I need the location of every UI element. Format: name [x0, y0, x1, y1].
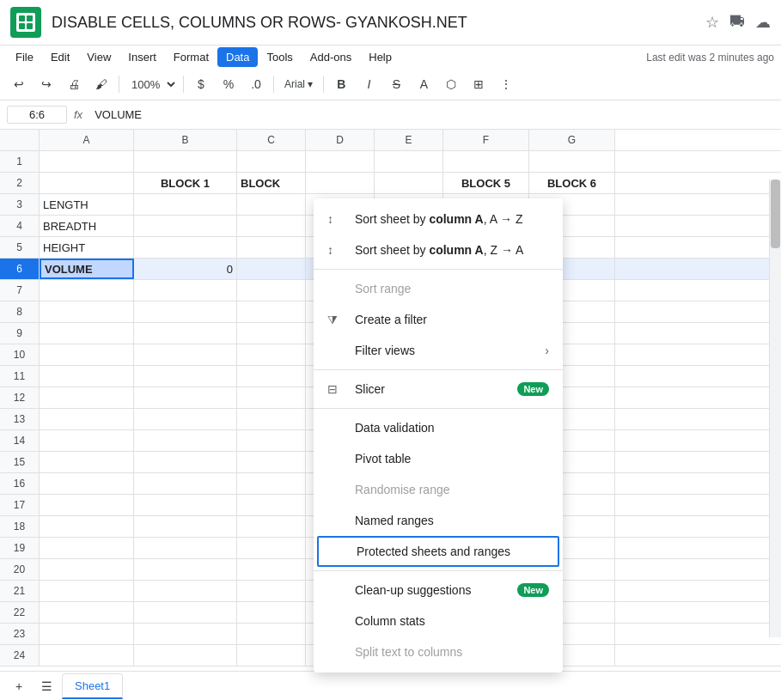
cell-ref-input[interactable]: [7, 106, 67, 124]
cell[interactable]: [40, 366, 134, 387]
cell[interactable]: [40, 409, 134, 429]
bold-button[interactable]: B: [329, 72, 353, 96]
cell[interactable]: [134, 409, 237, 429]
cell[interactable]: [40, 624, 134, 644]
cell[interactable]: [237, 301, 306, 322]
cell[interactable]: [134, 344, 237, 365]
cell[interactable]: [134, 430, 237, 451]
col-header-c[interactable]: C: [237, 130, 306, 150]
sheet-tab-1[interactable]: Sheet1: [62, 673, 123, 699]
cell[interactable]: [134, 151, 237, 172]
cell[interactable]: BLOCK 1: [134, 173, 237, 193]
percent-button[interactable]: %: [217, 72, 241, 96]
decimal-button[interactable]: .0: [244, 72, 268, 96]
font-color-button[interactable]: A: [412, 72, 436, 96]
cell[interactable]: [134, 280, 237, 301]
star-icon[interactable]: ☆: [705, 13, 719, 32]
sheet-options-button[interactable]: ☰: [34, 674, 58, 698]
cell[interactable]: [40, 495, 134, 515]
print-button[interactable]: 🖨: [62, 72, 86, 96]
redo-button[interactable]: ↪: [34, 72, 58, 96]
cell[interactable]: LENGTH: [40, 194, 134, 215]
cell[interactable]: [237, 473, 306, 494]
move-icon[interactable]: ⛟: [729, 13, 745, 32]
cell[interactable]: [237, 624, 306, 644]
cell[interactable]: [237, 645, 306, 666]
filter-views-item[interactable]: Filter views ›: [314, 335, 563, 366]
cell[interactable]: [134, 387, 237, 408]
cell[interactable]: [306, 173, 375, 193]
col-header-e[interactable]: E: [375, 130, 443, 150]
cell[interactable]: BREADTH: [40, 216, 134, 236]
cell[interactable]: [237, 559, 306, 580]
cell[interactable]: [40, 430, 134, 451]
menu-file[interactable]: File: [7, 47, 42, 67]
cell[interactable]: [237, 237, 306, 258]
cell[interactable]: [134, 581, 237, 601]
cell[interactable]: [40, 151, 134, 172]
cell[interactable]: [134, 559, 237, 580]
currency-button[interactable]: $: [189, 72, 213, 96]
cell[interactable]: [134, 624, 237, 644]
menu-format[interactable]: Format: [165, 47, 217, 67]
menu-addons[interactable]: Add-ons: [302, 47, 360, 67]
cell[interactable]: [134, 237, 237, 258]
cell[interactable]: BLOCK: [237, 173, 306, 193]
sort-z-a-item[interactable]: ↕ Sort sheet by column A, Z → A: [314, 234, 563, 265]
menu-view[interactable]: View: [78, 47, 119, 67]
cell[interactable]: [237, 323, 306, 344]
formula-input[interactable]: [89, 107, 774, 123]
menu-data[interactable]: Data: [217, 47, 258, 67]
cell[interactable]: [40, 452, 134, 472]
cell[interactable]: [40, 473, 134, 494]
cloud-icon[interactable]: ☁: [755, 13, 771, 32]
col-header-a[interactable]: A: [40, 130, 134, 150]
borders-button[interactable]: ⊞: [467, 72, 491, 96]
cell[interactable]: [40, 538, 134, 558]
cell[interactable]: [237, 259, 306, 279]
cell[interactable]: [134, 216, 237, 236]
paint-format-button[interactable]: 🖌: [89, 72, 113, 96]
cell[interactable]: [237, 538, 306, 558]
cell[interactable]: [134, 452, 237, 472]
cell[interactable]: [375, 173, 443, 193]
menu-insert[interactable]: Insert: [119, 47, 165, 67]
cell[interactable]: [134, 645, 237, 666]
cell[interactable]: [40, 323, 134, 344]
cell[interactable]: [40, 344, 134, 365]
cell[interactable]: [237, 602, 306, 623]
menu-help[interactable]: Help: [360, 47, 400, 67]
cell[interactable]: [134, 194, 237, 215]
cell[interactable]: HEIGHT: [40, 237, 134, 258]
cell-b6-zero[interactable]: 0: [134, 259, 237, 279]
cell-a6-volume[interactable]: VOLUME: [40, 259, 134, 279]
cell[interactable]: [529, 151, 615, 172]
cell[interactable]: [40, 387, 134, 408]
cell[interactable]: [134, 602, 237, 623]
menu-edit[interactable]: Edit: [42, 47, 78, 67]
cell[interactable]: [40, 602, 134, 623]
cell[interactable]: [237, 387, 306, 408]
column-stats-item[interactable]: Column stats: [314, 606, 563, 636]
col-header-d[interactable]: D: [306, 130, 375, 150]
cell[interactable]: [375, 151, 443, 172]
cell[interactable]: [134, 366, 237, 387]
add-sheet-button[interactable]: +: [7, 674, 31, 698]
cell[interactable]: [237, 344, 306, 365]
cell[interactable]: [237, 194, 306, 215]
cell[interactable]: [237, 216, 306, 236]
cell[interactable]: [237, 516, 306, 537]
vertical-scrollbar[interactable]: [769, 180, 781, 637]
pivot-table-item[interactable]: Pivot table: [314, 443, 563, 474]
cell[interactable]: [134, 495, 237, 515]
cell[interactable]: [134, 323, 237, 344]
cell[interactable]: [237, 581, 306, 601]
fill-color-button[interactable]: ⬡: [439, 72, 463, 96]
cell[interactable]: BLOCK 6: [529, 173, 615, 193]
named-ranges-item[interactable]: Named ranges: [314, 505, 563, 536]
sort-a-z-item[interactable]: ↕ Sort sheet by column A, A → Z: [314, 204, 563, 234]
cell[interactable]: [237, 495, 306, 515]
strikethrough-button[interactable]: S: [384, 72, 408, 96]
col-header-g[interactable]: G: [529, 130, 615, 150]
cell[interactable]: [134, 301, 237, 322]
